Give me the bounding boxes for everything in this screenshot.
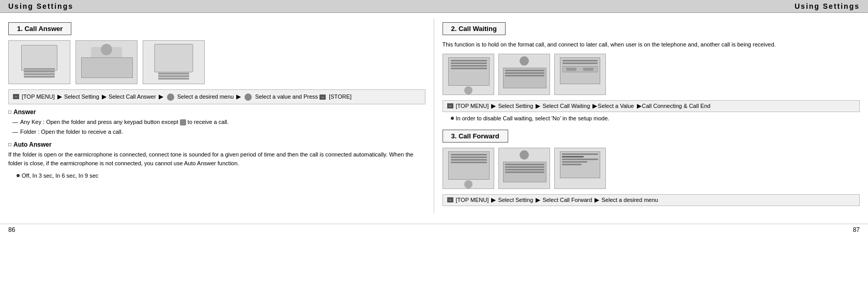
key-icon bbox=[180, 119, 186, 126]
call-answer-instruction-box: − [TOP MENU] ▶ Select Setting ▶ Select C… bbox=[8, 89, 425, 104]
call-answer-instruction-text: [TOP MENU] ▶ Select Setting ▶ Select Cal… bbox=[22, 92, 352, 101]
auto-answer-bullet: Off, In 3 sec, In 6 sec, In 9 sec bbox=[17, 172, 425, 179]
answer-option-anykey: — Any Key : Open the folder and press an… bbox=[12, 118, 425, 127]
page-number-left: 86 bbox=[8, 226, 15, 233]
cw-phone-1 bbox=[443, 54, 494, 95]
bullet-dot-cw bbox=[451, 117, 454, 120]
call-forward-phone-images bbox=[443, 148, 860, 189]
page-number-right: 87 bbox=[853, 226, 860, 233]
auto-answer-heading: Auto Answer bbox=[8, 141, 425, 148]
call-forward-section: 3. Call Forward bbox=[443, 130, 860, 206]
call-waiting-title-box: 2. Call Waiting bbox=[443, 22, 506, 35]
minus-icon-1: − bbox=[13, 94, 19, 99]
answer-option-folder: — Folder : Open the folder to receive a … bbox=[12, 128, 425, 137]
page-footer: 86 87 bbox=[0, 224, 868, 236]
cf-phone-1-circle bbox=[464, 180, 473, 189]
phone-images-row bbox=[8, 40, 425, 84]
phone-image-1 bbox=[8, 40, 70, 84]
header-right-title: Using Settings bbox=[795, 2, 860, 10]
call-waiting-instruction-box: − [TOP MENU] ▶ Select Setting ▶ Select C… bbox=[443, 100, 860, 112]
minus-icon-store: − bbox=[319, 95, 326, 100]
cw-phone-3 bbox=[554, 54, 606, 95]
call-forward-title-box: 3. Call Forward bbox=[443, 130, 508, 143]
header-left-title: Using Settings bbox=[8, 2, 73, 10]
call-waiting-phone-images bbox=[443, 54, 860, 95]
minus-icon-cw: − bbox=[447, 103, 453, 108]
minus-icon-cf: − bbox=[447, 197, 453, 202]
phone-image-3 bbox=[143, 40, 205, 84]
call-waiting-instruction-text: [TOP MENU] ▶ Select Setting ▶ Select Cal… bbox=[456, 103, 711, 109]
cf-phone-2 bbox=[498, 148, 550, 189]
call-forward-instruction-box: − [TOP MENU] ▶ Select Setting ▶ Select C… bbox=[443, 194, 860, 206]
call-forward-instruction-text: [TOP MENU] ▶ Select Setting ▶ Select Cal… bbox=[456, 197, 658, 203]
cw-phone-1-circle bbox=[464, 86, 473, 95]
answer-options: — Any Key : Open the folder and press an… bbox=[12, 118, 425, 137]
nav-circle-icon-2 bbox=[245, 93, 252, 101]
call-answer-title-box: 1. Call Answer bbox=[8, 22, 71, 35]
call-waiting-description: This function is to hold on the format c… bbox=[443, 40, 860, 50]
cw-phone-2 bbox=[498, 54, 550, 95]
phone-image-2 bbox=[75, 40, 138, 84]
auto-answer-body: If the folder is open or the earmicropho… bbox=[8, 150, 425, 168]
left-panel: 1. Call Answer bbox=[0, 18, 434, 213]
page-header: Using Settings Using Settings bbox=[0, 0, 868, 13]
bullet-dot-1 bbox=[17, 174, 20, 177]
nav-circle-icon-1 bbox=[167, 93, 174, 101]
cf-phone-1 bbox=[443, 148, 494, 189]
cf-phone-3 bbox=[554, 148, 606, 189]
call-waiting-bullet: In order to disable Call waiting, select… bbox=[451, 115, 860, 121]
answer-heading: Answer bbox=[8, 108, 425, 116]
right-panel: 2. Call Waiting This function is to hold… bbox=[434, 18, 869, 213]
